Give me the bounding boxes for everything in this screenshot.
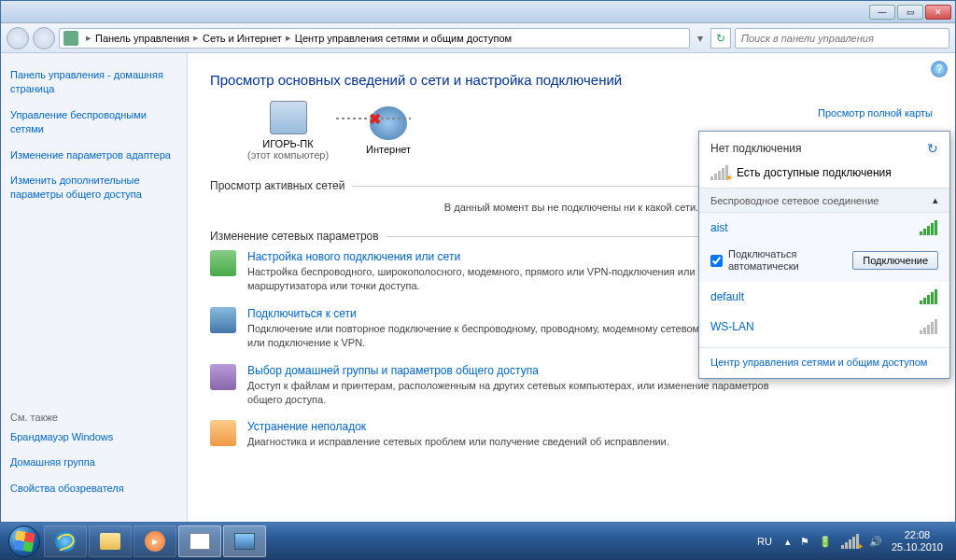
taskbar-ie[interactable] [44,525,87,557]
wireless-section-header[interactable]: Беспроводное сетевое соединение ▴ [699,188,949,213]
see-also-internet-options[interactable]: Свойства обозревателя [10,482,177,496]
see-also-firewall[interactable]: Брандмауэр Windows [10,430,177,444]
breadcrumb-item[interactable]: Панель управления [95,33,190,44]
see-also-heading: См. также [10,412,177,423]
system-tray: RU ▴ ⚑ 🔋 🔊 22:08 25.10.2010 [753,529,950,553]
address-bar: ▸ Панель управления ▸ Сеть и Интернет ▸ … [1,23,955,53]
chevron-right-icon[interactable]: ▸ [286,32,291,44]
chevron-right-icon[interactable]: ▸ [193,32,199,44]
chevron-up-icon[interactable]: ▴ [933,194,938,206]
folder-icon [100,533,120,550]
breadcrumb-item[interactable]: Сеть и Интернет [203,33,282,44]
windows-logo-icon [8,525,40,557]
media-player-icon: ▸ [145,531,165,552]
flyout-refresh-icon[interactable]: ↻ [927,141,938,156]
network-center-link[interactable]: Центр управления сетями и общим доступом [710,357,927,368]
minimize-button[interactable]: — [869,5,895,20]
control-panel-icon [234,533,255,550]
task-troubleshoot: Устранение неполадок Диагностика и испра… [210,420,933,449]
taskbar: ▸ RU ▴ ⚑ 🔋 🔊 22:08 25.10.2010 [0,523,956,560]
sidebar: Панель управления - домашняя страница Уп… [1,53,188,522]
language-indicator[interactable]: RU [753,534,776,549]
auto-connect-checkbox[interactable] [710,255,723,267]
titlebar[interactable]: — ▭ ✕ [1,1,955,23]
breadcrumb[interactable]: ▸ Панель управления ▸ Сеть и Интернет ▸ … [59,28,690,49]
dropdown-icon[interactable]: ▾ [694,32,707,45]
pc-sub: (этот компьютер) [247,149,329,161]
task-desc: Настройка беспроводного, широкополосного… [247,265,770,294]
wifi-network-aist[interactable]: aist [699,213,949,243]
available-text: Есть доступные подключения [737,166,892,179]
nav-forward-button[interactable] [33,27,55,49]
wifi-network-wslan[interactable]: WS-LAN [699,312,949,342]
app-icon [190,533,210,550]
signal-available-icon [710,165,729,180]
connect-button[interactable]: Подключение [852,251,938,270]
taskbar-control-panel[interactable] [223,525,266,557]
see-also-homegroup[interactable]: Домашняя группа [10,455,177,469]
wifi-network-default[interactable]: default [699,282,949,312]
flyout-status: Есть доступные подключения [710,165,938,180]
control-panel-icon [63,31,78,46]
taskbar-explorer[interactable] [89,525,132,557]
task-desc: Доступ к файлам и принтерам, расположенн… [247,379,770,408]
taskbar-app[interactable] [178,525,221,557]
task-link[interactable]: Настройка нового подключения или сети [247,250,460,263]
clock[interactable]: 22:08 25.10.2010 [892,529,943,553]
computer-icon [270,101,307,134]
date: 25.10.2010 [892,541,943,553]
page-title: Просмотр основных сведений о сети и наст… [210,72,933,88]
flyout-title: Нет подключения [710,142,802,155]
start-button[interactable] [6,523,43,560]
internet-label: Интернет [366,144,411,155]
this-pc-node[interactable]: ИГОРЬ-ПК (этот компьютер) [247,101,329,161]
signal-strong-icon [920,220,938,235]
sidebar-link-adapter[interactable]: Изменение параметров адаптера [10,148,177,162]
task-link[interactable]: Выбор домашней группы и параметров общег… [247,364,539,377]
search-input[interactable] [735,28,949,49]
battery-icon[interactable]: 🔋 [819,536,832,548]
breadcrumb-item[interactable]: Центр управления сетями и общим доступом [295,33,512,44]
signal-strong-icon [920,289,938,304]
troubleshoot-icon [210,420,236,446]
pc-name: ИГОРЬ-ПК [247,138,329,149]
auto-connect-label[interactable]: Подключаться автоматически [728,248,847,273]
action-center-icon[interactable]: ⚑ [800,536,809,548]
ie-icon [55,531,76,552]
signal-weak-icon [920,319,938,334]
task-link[interactable]: Устранение неполадок [247,420,366,433]
refresh-button[interactable]: ↻ [710,28,731,49]
sidebar-link-sharing[interactable]: Изменить дополнительные параметры общего… [10,174,177,203]
task-desc: Подключение или повторное подключение к … [247,322,770,351]
network-tray-icon[interactable] [841,534,860,549]
network-flyout: Нет подключения ↻ Есть доступные подключ… [698,131,950,379]
task-link[interactable]: Подключиться к сети [247,307,357,320]
homegroup-icon [210,364,236,390]
volume-icon[interactable]: 🔊 [869,536,882,548]
wifi-connect-panel: Подключаться автоматически Подключение [699,243,949,282]
new-connection-icon [210,250,236,276]
chevron-right-icon[interactable]: ▸ [86,32,91,44]
sidebar-home-link[interactable]: Панель управления - домашняя страница [10,68,177,97]
tray-chevron-icon[interactable]: ▴ [785,536,791,548]
close-button[interactable]: ✕ [925,5,951,20]
disconnected-icon: ✖ [369,110,381,128]
task-desc: Диагностика и исправление сетевых пробле… [247,435,669,449]
sidebar-link-wireless[interactable]: Управление беспроводными сетями [10,108,177,137]
connect-icon [210,307,236,333]
nav-back-button[interactable] [7,27,29,49]
help-icon[interactable]: ? [931,61,948,77]
maximize-button[interactable]: ▭ [897,5,923,20]
time: 22:08 [892,529,943,541]
taskbar-wmp[interactable]: ▸ [134,525,176,557]
